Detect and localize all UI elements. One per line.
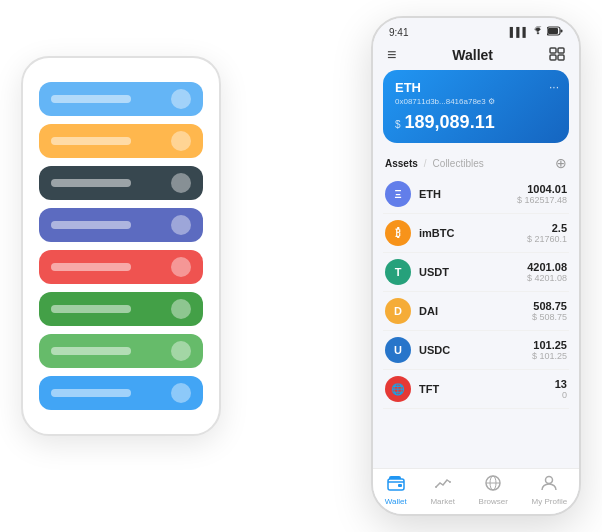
expand-icon[interactable] bbox=[549, 47, 565, 64]
svg-rect-5 bbox=[550, 55, 556, 60]
token-name-imbtc: imBTC bbox=[419, 227, 527, 239]
page-title: Wallet bbox=[452, 47, 493, 63]
nav-market[interactable]: Market bbox=[430, 475, 454, 506]
signal-icon: ▌▌▌ bbox=[510, 27, 529, 37]
browser-nav-label: Browser bbox=[479, 497, 508, 506]
token-name-usdc: USDC bbox=[419, 344, 532, 356]
svg-point-10 bbox=[449, 481, 451, 483]
token-amounts-eth: 1004.01 $ 162517.48 bbox=[517, 183, 567, 205]
token-item-dai[interactable]: D DAI 508.75 $ 508.75 bbox=[383, 292, 569, 331]
token-amounts-tft: 13 0 bbox=[555, 378, 567, 400]
card-label-2 bbox=[51, 137, 131, 145]
card-label-8 bbox=[51, 389, 131, 397]
card-label-1 bbox=[51, 95, 131, 103]
card-label-7 bbox=[51, 347, 131, 355]
token-name-tft: TFT bbox=[419, 383, 555, 395]
card-item-5[interactable] bbox=[39, 250, 203, 284]
token-item-eth[interactable]: Ξ ETH 1004.01 $ 162517.48 bbox=[383, 175, 569, 214]
status-icons: ▌▌▌ bbox=[510, 26, 563, 38]
tab-separator: / bbox=[424, 158, 427, 169]
card-item-2[interactable] bbox=[39, 124, 203, 158]
card-item-1[interactable] bbox=[39, 82, 203, 116]
card-item-7[interactable] bbox=[39, 334, 203, 368]
token-name-eth: ETH bbox=[419, 188, 517, 200]
svg-rect-1 bbox=[548, 28, 558, 34]
nav-bar: ≡ Wallet bbox=[373, 42, 579, 70]
card-icon-3 bbox=[171, 173, 191, 193]
assets-header: Assets / Collectibles ⊕ bbox=[373, 151, 579, 175]
back-phone bbox=[21, 56, 221, 436]
token-amounts-imbtc: 2.5 $ 21760.1 bbox=[527, 222, 567, 244]
eth-usd: $ 162517.48 bbox=[517, 195, 567, 205]
dai-amount: 508.75 bbox=[532, 300, 567, 312]
nav-profile[interactable]: My Profile bbox=[532, 475, 568, 506]
battery-icon bbox=[547, 26, 563, 38]
token-list: Ξ ETH 1004.01 $ 162517.48 ₿ imBTC 2.5 $ … bbox=[373, 175, 579, 468]
tft-usd: 0 bbox=[555, 390, 567, 400]
time-display: 9:41 bbox=[389, 27, 408, 38]
profile-nav-label: My Profile bbox=[532, 497, 568, 506]
bottom-nav: Wallet Market bbox=[373, 468, 579, 514]
eth-card[interactable]: ··· ETH 0x08711d3b...8416a78e3 ⚙ $ 189,0… bbox=[383, 70, 569, 143]
usdc-amount: 101.25 bbox=[532, 339, 567, 351]
svg-rect-3 bbox=[550, 48, 556, 53]
nav-browser[interactable]: Browser bbox=[479, 475, 508, 506]
token-amounts-usdt: 4201.08 $ 4201.08 bbox=[527, 261, 567, 283]
tab-collectibles[interactable]: Collectibles bbox=[433, 158, 484, 169]
svg-rect-4 bbox=[558, 48, 564, 53]
market-nav-label: Market bbox=[430, 497, 454, 506]
tab-assets[interactable]: Assets bbox=[385, 158, 418, 169]
imbtc-usd: $ 21760.1 bbox=[527, 234, 567, 244]
eth-amount: 1004.01 bbox=[517, 183, 567, 195]
eth-card-menu[interactable]: ··· bbox=[549, 80, 559, 94]
usdt-amount: 4201.08 bbox=[527, 261, 567, 273]
token-item-imbtc[interactable]: ₿ imBTC 2.5 $ 21760.1 bbox=[383, 214, 569, 253]
card-icon-1 bbox=[171, 89, 191, 109]
card-label-6 bbox=[51, 305, 131, 313]
browser-icon bbox=[484, 475, 502, 495]
add-asset-button[interactable]: ⊕ bbox=[555, 155, 567, 171]
token-name-usdt: USDT bbox=[419, 266, 527, 278]
card-label-3 bbox=[51, 179, 131, 187]
token-amounts-usdc: 101.25 $ 101.25 bbox=[532, 339, 567, 361]
profile-icon bbox=[540, 475, 558, 495]
svg-rect-8 bbox=[398, 484, 402, 487]
tft-logo: 🌐 bbox=[385, 376, 411, 402]
dai-logo: D bbox=[385, 298, 411, 324]
card-item-3[interactable] bbox=[39, 166, 203, 200]
market-icon bbox=[434, 475, 452, 495]
eth-card-amount: 189,089.11 bbox=[405, 112, 495, 133]
card-label-5 bbox=[51, 263, 131, 271]
svg-rect-2 bbox=[561, 30, 563, 33]
imbtc-amount: 2.5 bbox=[527, 222, 567, 234]
usdt-usd: $ 4201.08 bbox=[527, 273, 567, 283]
token-name-dai: DAI bbox=[419, 305, 532, 317]
token-item-usdc[interactable]: U USDC 101.25 $ 101.25 bbox=[383, 331, 569, 370]
imbtc-logo: ₿ bbox=[385, 220, 411, 246]
card-icon-6 bbox=[171, 299, 191, 319]
usdc-usd: $ 101.25 bbox=[532, 351, 567, 361]
eth-card-currency: $ bbox=[395, 119, 401, 130]
card-icon-8 bbox=[171, 383, 191, 403]
eth-logo: Ξ bbox=[385, 181, 411, 207]
nav-wallet[interactable]: Wallet bbox=[385, 475, 407, 506]
svg-point-14 bbox=[546, 477, 553, 484]
card-item-8[interactable] bbox=[39, 376, 203, 410]
eth-card-token: ETH bbox=[395, 80, 557, 95]
card-icon-7 bbox=[171, 341, 191, 361]
card-icon-5 bbox=[171, 257, 191, 277]
card-item-4[interactable] bbox=[39, 208, 203, 242]
card-item-6[interactable] bbox=[39, 292, 203, 326]
scene: 9:41 ▌▌▌ ≡ Wallet bbox=[21, 16, 581, 516]
wifi-icon bbox=[532, 26, 544, 38]
token-item-tft[interactable]: 🌐 TFT 13 0 bbox=[383, 370, 569, 409]
eth-card-address: 0x08711d3b...8416a78e3 ⚙ bbox=[395, 97, 557, 106]
svg-point-9 bbox=[435, 486, 437, 488]
card-icon-2 bbox=[171, 131, 191, 151]
assets-tabs: Assets / Collectibles bbox=[385, 158, 484, 169]
menu-icon[interactable]: ≡ bbox=[387, 46, 396, 64]
token-item-usdt[interactable]: T USDT 4201.08 $ 4201.08 bbox=[383, 253, 569, 292]
wallet-icon bbox=[387, 475, 405, 495]
status-bar: 9:41 ▌▌▌ bbox=[373, 18, 579, 42]
tft-amount: 13 bbox=[555, 378, 567, 390]
